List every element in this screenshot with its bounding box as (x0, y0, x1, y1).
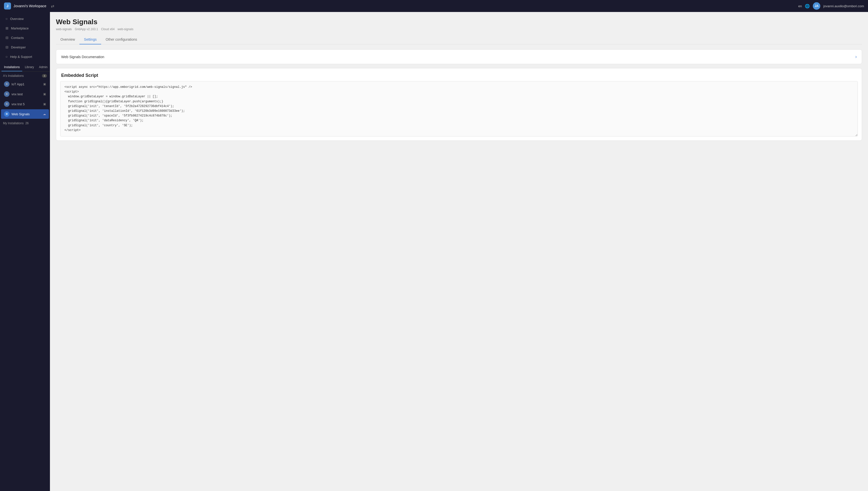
install-label: vnx trst 5 (11, 102, 25, 106)
sidebar-item-label: Contacts (11, 36, 24, 40)
install-icon-vnx: ❄ (4, 91, 9, 97)
my-installations-badge: 26 (25, 121, 28, 125)
tab-admin[interactable]: Admin (36, 63, 50, 71)
content-area: Web Signals web-signals GridApp v2.163.1… (50, 12, 868, 491)
sidebar-item-overview[interactable]: ○ Overview (1, 14, 49, 23)
page-tabs: Overview Settings Other configurations (56, 35, 862, 45)
globe-icon: 🌐 (805, 4, 810, 8)
embedded-script-card: Embedded Script <script async src="https… (56, 68, 862, 141)
documentation-card: Web Signals Documenation › (56, 49, 862, 64)
my-installations-label: My Installations 26 (3, 121, 29, 125)
language-selector[interactable]: en (798, 4, 802, 8)
user-email: jovanni.auxilio@ombori.com (823, 4, 864, 8)
topbar-left: J Jovanni's Workspace ⇄ (4, 2, 54, 9)
embedded-script-header: Embedded Script (56, 68, 862, 81)
developer-icon: ⊟ (5, 45, 8, 49)
install-icon-ws: ❄ (4, 111, 9, 117)
install-label: vnx test (11, 92, 23, 96)
sidebar-item-marketplace[interactable]: ⊞ Marketplace (1, 24, 49, 33)
page-icon: ▣ (43, 102, 46, 106)
embedded-script-title: Embedded Script (61, 73, 98, 78)
overview-icon: ○ (5, 17, 7, 21)
page-icon: ▣ (43, 82, 46, 86)
page-title: Web Signals (56, 18, 862, 26)
sidebar-item-help[interactable]: ○ Help & Support (1, 52, 49, 61)
sidebar-item-label: Developer (11, 46, 26, 49)
tab-overview[interactable]: Overview (56, 35, 79, 45)
installations-group-badge: 4 (42, 74, 47, 78)
documentation-label: Web Signals Documenation (61, 55, 104, 59)
tab-other-configurations[interactable]: Other configurations (101, 35, 142, 45)
my-installations-header[interactable]: My Installations 26 (0, 119, 50, 126)
install-item-vnx-trst-5[interactable]: ❄ vnx trst 5 ▣ (1, 99, 49, 109)
install-icon-vnx5: ❄ (4, 101, 9, 107)
breadcrumb-1: web-signals (56, 27, 72, 31)
install-label: Web Signals (11, 112, 30, 116)
breadcrumb-4: web-signals (118, 27, 133, 31)
install-label: IoT App1 (11, 82, 25, 86)
install-item-iot-app1[interactable]: ❄ IoT App1 ▣ (1, 79, 49, 89)
tab-installations[interactable]: Installations (1, 63, 22, 71)
installations-group-label: A's Installations (3, 74, 24, 78)
avatar: JA (813, 2, 820, 10)
topbar: J Jovanni's Workspace ⇄ en 🌐 JA jovanni.… (0, 0, 868, 12)
tab-library[interactable]: Library (22, 63, 36, 71)
installations-group-header[interactable]: A's Installations 4 (0, 71, 50, 79)
cloud-icon: ☁ (43, 112, 46, 116)
sidebar-item-label: Marketplace (11, 26, 29, 30)
tab-settings[interactable]: Settings (79, 35, 101, 45)
workspace-logo: J (4, 2, 11, 9)
main-layout: ○ Overview ⊞ Marketplace ⊟ Contacts ⊟ De… (0, 12, 868, 491)
embedded-script-code[interactable]: <script async src="https://app.omborigri… (60, 81, 858, 137)
sidebar-item-contacts[interactable]: ⊟ Contacts (1, 33, 49, 42)
sidebar-item-developer[interactable]: ⊟ Developer (1, 43, 49, 52)
breadcrumb-2: GridApp v2.163.1 (75, 27, 98, 31)
sidebar-item-label: Help & Support (10, 55, 32, 59)
sidebar-item-label: Overview (10, 17, 24, 21)
breadcrumb: web-signals GridApp v2.163.1 Cloud x64 w… (56, 27, 862, 31)
documentation-row[interactable]: Web Signals Documenation › (56, 50, 862, 64)
swap-icon[interactable]: ⇄ (51, 4, 54, 8)
topbar-right: en 🌐 JA jovanni.auxilio@ombori.com (798, 2, 864, 10)
page-icon: ▣ (43, 92, 46, 96)
install-icon-iot: ❄ (4, 81, 9, 87)
sidebar-tabs: Installations Library Admin (0, 63, 50, 71)
help-icon: ○ (5, 55, 7, 59)
chevron-right-icon: › (855, 54, 857, 59)
contacts-icon: ⊟ (5, 36, 8, 40)
breadcrumb-3: Cloud x64 (101, 27, 115, 31)
workspace-name: Jovanni's Workspace (13, 4, 47, 8)
install-item-web-signals[interactable]: ❄ Web Signals ☁ (1, 109, 49, 119)
install-item-vnx-test[interactable]: ❄ vnx test ▣ (1, 89, 49, 99)
sidebar: ○ Overview ⊞ Marketplace ⊟ Contacts ⊟ De… (0, 12, 50, 491)
marketplace-icon: ⊞ (5, 26, 8, 30)
page-header: Web Signals web-signals GridApp v2.163.1… (56, 18, 862, 31)
